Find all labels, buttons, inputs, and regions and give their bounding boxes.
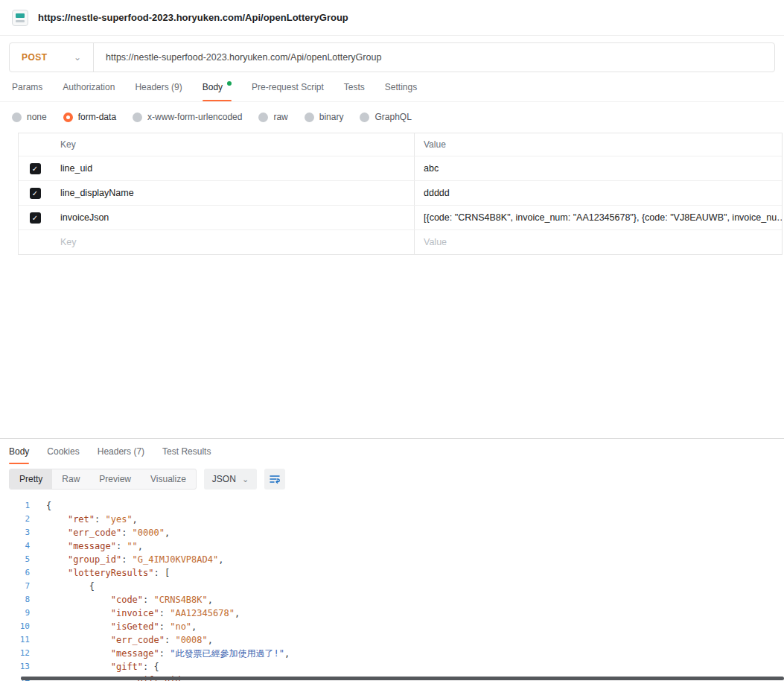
code-text: "err_code": "0008", bbox=[46, 633, 213, 647]
response-tab-body[interactable]: Body bbox=[9, 439, 29, 464]
code-line: 11 "err_code": "0008", bbox=[0, 633, 784, 647]
line-wrap-button[interactable] bbox=[264, 469, 285, 490]
body-mode-none[interactable]: none bbox=[12, 112, 47, 122]
app-header: https://nestle-superfood-2023.horyuken.c… bbox=[0, 0, 784, 36]
response-body-viewer[interactable]: 1{2 "ret": "yes",3 "err_code": "0000",4 … bbox=[0, 495, 784, 681]
line-number: 9 bbox=[0, 606, 30, 620]
response-tab-test-results[interactable]: Test Results bbox=[162, 439, 211, 464]
line-number: 10 bbox=[0, 620, 30, 633]
table-row: ✓ line_displayName ddddd bbox=[19, 180, 782, 205]
empty-area bbox=[0, 255, 784, 438]
line-number: 4 bbox=[0, 539, 30, 553]
code-line: 2 "ret": "yes", bbox=[0, 513, 784, 526]
code-line: 9 "invoice": "AA12345678", bbox=[0, 606, 784, 620]
code-line: 7 { bbox=[0, 580, 784, 593]
radio-icon bbox=[12, 113, 22, 122]
radio-icon bbox=[258, 113, 268, 122]
view-mode-raw[interactable]: Raw bbox=[52, 469, 89, 489]
request-url-bar: POST ⌄ https://nestle-superfood-2023.hor… bbox=[9, 42, 775, 72]
code-line: 5 "group_id": "G_4IMJ0KVP8AD4", bbox=[0, 553, 784, 566]
response-tabs: Body Cookies Headers (7) Test Results bbox=[0, 439, 784, 464]
code-line: 6 "lotteryResults": [ bbox=[0, 566, 784, 580]
code-text: "invoice": "AA12345678", bbox=[46, 606, 240, 620]
key-input-placeholder[interactable]: Key bbox=[51, 230, 414, 254]
chevron-down-icon: ⌄ bbox=[74, 52, 81, 63]
body-mode-form-data[interactable]: form-data bbox=[63, 112, 116, 122]
line-number: 13 bbox=[0, 660, 30, 674]
radio-icon bbox=[133, 113, 142, 122]
key-cell[interactable]: line_displayName bbox=[51, 181, 414, 205]
table-row-empty: Key Value bbox=[19, 229, 782, 254]
body-mode-graphql[interactable]: GraphQL bbox=[360, 112, 411, 122]
form-data-table: Key Value ✓ line_uid abc ✓ line_displayN… bbox=[18, 133, 783, 255]
view-mode-pretty[interactable]: Pretty bbox=[10, 469, 52, 489]
code-line: 13 "gift": { bbox=[0, 660, 784, 674]
row-checkbox[interactable]: ✓ bbox=[30, 212, 41, 224]
line-number: 8 bbox=[0, 593, 30, 606]
tab-authorization[interactable]: Authorization bbox=[63, 72, 115, 101]
line-wrap-icon bbox=[269, 473, 281, 485]
body-mode-row: none form-data x-www-form-urlencoded raw… bbox=[0, 102, 784, 131]
line-number: 11 bbox=[0, 633, 30, 647]
tab-headers[interactable]: Headers (9) bbox=[135, 72, 182, 101]
view-mode-visualize[interactable]: Visualize bbox=[141, 469, 196, 489]
request-url-input[interactable]: https://nestle-superfood-2023.horyuken.c… bbox=[94, 52, 393, 63]
line-number: 6 bbox=[0, 566, 30, 580]
body-mode-x-www-form-urlencoded[interactable]: x-www-form-urlencoded bbox=[133, 112, 242, 122]
body-content-dot-icon bbox=[227, 81, 232, 86]
code-text: "message": "", bbox=[46, 539, 143, 553]
table-row: ✓ invoiceJson [{code: "CRNS4B8K", invoic… bbox=[19, 205, 782, 229]
radio-icon bbox=[360, 113, 369, 122]
value-cell[interactable]: abc bbox=[414, 156, 782, 180]
tab-pre-request-script[interactable]: Pre-request Script bbox=[252, 72, 324, 101]
value-cell[interactable]: [{code: "CRNS4B8K", invoice_num: "AA1234… bbox=[414, 206, 782, 229]
code-text: "message": "此發票已經參加使用過了!", bbox=[46, 647, 290, 660]
code-text: "group_id": "G_4IMJ0KVP8AD4", bbox=[46, 553, 223, 566]
key-column-header: Key bbox=[51, 133, 414, 156]
empty-checkbox-cell bbox=[19, 230, 51, 254]
code-text: { bbox=[46, 499, 51, 513]
code-line: 8 "code": "CRNS4B8K", bbox=[0, 593, 784, 606]
code-text: "code": "CRNS4B8K", bbox=[46, 593, 213, 606]
request-tabs: Params Authorization Headers (9) Body Pr… bbox=[0, 72, 784, 102]
row-checkbox[interactable]: ✓ bbox=[30, 163, 41, 174]
response-toolbar: Pretty Raw Preview Visualize JSON ⌄ bbox=[0, 464, 784, 495]
tab-settings[interactable]: Settings bbox=[385, 72, 417, 101]
value-cell[interactable]: ddddd bbox=[414, 181, 782, 205]
request-favicon-icon bbox=[12, 10, 28, 26]
code-text: "ret": "yes", bbox=[46, 513, 138, 526]
code-text: "gift": { bbox=[46, 660, 159, 674]
line-number: 2 bbox=[0, 513, 30, 526]
response-tab-headers[interactable]: Headers (7) bbox=[98, 439, 144, 464]
line-number: 5 bbox=[0, 553, 30, 566]
tab-tests[interactable]: Tests bbox=[344, 72, 365, 101]
body-mode-raw[interactable]: raw bbox=[258, 112, 287, 122]
line-number: 3 bbox=[0, 526, 30, 539]
chevron-down-icon: ⌄ bbox=[242, 475, 249, 484]
response-pane: Body Cookies Headers (7) Test Results Pr… bbox=[0, 438, 784, 681]
code-line: 1{ bbox=[0, 499, 784, 513]
radio-icon bbox=[305, 113, 314, 122]
tab-params[interactable]: Params bbox=[12, 72, 42, 101]
response-tab-cookies[interactable]: Cookies bbox=[47, 439, 79, 464]
line-number: 12 bbox=[0, 647, 30, 660]
key-cell[interactable]: invoiceJson bbox=[51, 206, 414, 229]
key-cell[interactable]: line_uid bbox=[51, 156, 414, 180]
code-text: "lotteryResults": [ bbox=[46, 566, 170, 580]
row-checkbox[interactable]: ✓ bbox=[30, 188, 41, 199]
method-select[interactable]: POST ⌄ bbox=[10, 43, 93, 72]
value-column-header: Value bbox=[414, 133, 782, 156]
line-number: 1 bbox=[0, 499, 30, 513]
value-input-placeholder[interactable]: Value bbox=[414, 230, 782, 254]
request-title: https://nestle-superfood-2023.horyuken.c… bbox=[38, 12, 348, 23]
radio-selected-icon bbox=[63, 113, 73, 122]
view-mode-preview[interactable]: Preview bbox=[89, 469, 141, 489]
code-text: "isGeted": "no", bbox=[46, 620, 197, 633]
body-mode-binary[interactable]: binary bbox=[305, 112, 344, 122]
response-format-select[interactable]: JSON ⌄ bbox=[204, 469, 257, 490]
tab-body[interactable]: Body bbox=[203, 72, 232, 101]
horizontal-scrollbar[interactable] bbox=[21, 677, 784, 680]
line-number: 7 bbox=[0, 580, 30, 593]
checkbox-column-header bbox=[19, 133, 51, 156]
code-line: 10 "isGeted": "no", bbox=[0, 620, 784, 633]
